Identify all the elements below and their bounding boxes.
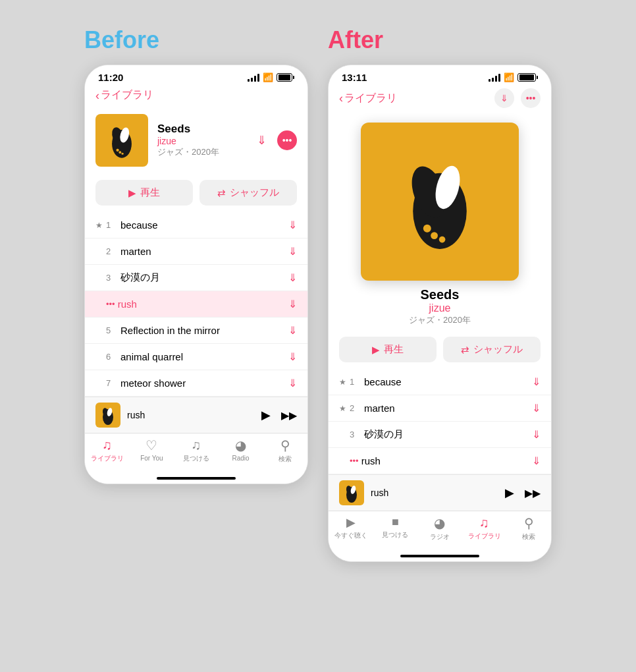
after-track-2-star: ★ (339, 404, 350, 413)
before-shuffle-button[interactable]: ⇄ シャッフル (199, 180, 297, 206)
before-tab-foryou[interactable]: ♡ For You (130, 437, 174, 464)
before-track-7[interactable]: ★ 7 meteor shower ⇓ (85, 370, 307, 397)
before-album-row: Seeds jizue ジャズ・2020年 ⇓ ••• (85, 107, 307, 173)
after-tab-bar: ▶ 今すぐ聴く ■ 見つける ◕ ラジオ ♫ ライブラリ ⚲ 検索 (329, 511, 551, 552)
before-album-actions: ⇓ ••• (257, 130, 297, 150)
after-album-art-svg (384, 146, 495, 257)
before-mini-player[interactable]: rush ▶ ▶▶ (85, 397, 307, 433)
before-track-3-download[interactable]: ⇓ (288, 271, 297, 284)
after-track-1[interactable]: ★ 1 because ⇓ (329, 369, 551, 395)
after-play-label: 再生 (384, 343, 404, 356)
before-track-2[interactable]: ★ 2 marten ⇓ (85, 238, 307, 265)
before-track-6-name: animal quarrel (120, 351, 288, 362)
after-tab-browse-icon: ■ (392, 515, 399, 529)
before-tab-radio-icon: ◕ (235, 437, 246, 453)
after-back-button[interactable]: ‹ ライブラリ (339, 92, 397, 105)
before-tab-library[interactable]: ♫ ライブラリ (85, 437, 130, 464)
before-play-button[interactable]: ▶ 再生 (95, 180, 193, 206)
after-album-info: Seeds jizue ジャズ・2020年 (329, 287, 551, 330)
before-download-icon[interactable]: ⇓ (257, 133, 267, 148)
after-tab-listen-icon: ▶ (346, 515, 356, 530)
before-more-button[interactable]: ••• (277, 130, 297, 150)
after-tab-search[interactable]: ⚲ 検索 (506, 515, 551, 542)
before-status-time: 11:20 (98, 72, 123, 83)
before-tab-search[interactable]: ⚲ 検索 (263, 437, 307, 464)
after-phone: 13:11 📶 (328, 65, 552, 562)
after-track-3[interactable]: ★ 3 砂漠の月 ⇓ (329, 422, 551, 448)
after-shuffle-label: シャッフル (473, 343, 523, 356)
before-tab-browse-label: 見つける (183, 454, 209, 463)
after-track-4[interactable]: ★ ••• rush ⇓ (329, 448, 551, 474)
after-signal-icon (489, 74, 500, 82)
before-track-7-name: meteor shower (120, 378, 288, 389)
before-back-button[interactable]: ‹ ライブラリ (95, 88, 153, 102)
after-status-icons: 📶 (489, 72, 538, 82)
after-tab-browse[interactable]: ■ 見つける (373, 515, 418, 542)
before-tab-browse[interactable]: ♫ 見つける (174, 437, 219, 464)
after-track-2[interactable]: ★ 2 marten ⇓ (329, 395, 551, 422)
before-track-4[interactable]: ★ ••• rush ⇓ (85, 291, 307, 318)
before-track-3[interactable]: ★ 3 砂漠の月 ⇓ (85, 265, 307, 291)
before-album-thumb[interactable] (95, 114, 148, 167)
before-track-5-download[interactable]: ⇓ (288, 324, 297, 337)
after-tab-radio-label: ラジオ (430, 532, 450, 542)
before-tab-radio[interactable]: ◕ Radio (219, 437, 263, 464)
before-mini-play-button[interactable]: ▶ (261, 408, 271, 422)
after-track-4-star: ★ (339, 457, 350, 466)
after-download-button[interactable]: ⇓ (494, 88, 514, 108)
after-mini-title: rush (371, 488, 498, 498)
before-mini-thumb (95, 403, 120, 428)
after-track-4-name: rush (361, 455, 532, 466)
before-track-7-num: 7 (106, 378, 120, 388)
after-mini-forward-button[interactable]: ▶▶ (525, 487, 541, 499)
before-track-4-download[interactable]: ⇓ (288, 298, 297, 310)
before-track-1-download[interactable]: ⇓ (288, 219, 297, 231)
after-play-button[interactable]: ▶ 再生 (339, 337, 437, 362)
after-mini-thumb (339, 480, 364, 505)
after-tab-library-label: ライブラリ (468, 532, 501, 541)
before-wifi-icon: 📶 (263, 72, 273, 82)
after-track-3-name: 砂漠の月 (364, 428, 532, 441)
before-track-2-download[interactable]: ⇓ (288, 245, 297, 258)
before-track-2-name: marten (120, 246, 288, 257)
before-track-3-num: 3 (106, 273, 120, 283)
after-mini-player[interactable]: rush ▶ ▶▶ (329, 474, 551, 511)
before-tab-browse-icon: ♫ (191, 437, 201, 453)
before-tab-radio-label: Radio (232, 455, 250, 462)
after-track-3-star: ★ (339, 430, 350, 439)
before-track-6[interactable]: ★ 6 animal quarrel ⇓ (85, 344, 307, 370)
before-album-art-svg (101, 119, 143, 161)
svg-point-4 (119, 151, 121, 154)
before-label: Before (84, 26, 159, 54)
before-tab-bar: ♫ ライブラリ ♡ For You ♫ 見つける ◕ Radio ⚲ 検索 (85, 433, 307, 474)
before-track-7-download[interactable]: ⇓ (288, 377, 297, 389)
after-track-3-download[interactable]: ⇓ (532, 428, 541, 441)
after-mini-play-button[interactable]: ▶ (505, 486, 514, 500)
after-tab-library[interactable]: ♫ ライブラリ (462, 515, 507, 542)
after-label: After (328, 26, 383, 54)
before-section: Before 11:20 📶 (84, 26, 308, 484)
before-mini-forward-button[interactable]: ▶▶ (281, 409, 297, 422)
after-tab-radio[interactable]: ◕ ラジオ (417, 515, 462, 542)
after-more-nav-button[interactable]: ••• (521, 88, 541, 108)
before-battery-icon (277, 73, 294, 82)
before-track-1[interactable]: ★ 1 because ⇓ (85, 212, 307, 238)
after-track-1-download[interactable]: ⇓ (532, 376, 541, 388)
svg-point-14 (439, 237, 446, 243)
before-phone: 11:20 📶 (84, 65, 308, 484)
before-track-6-num: 6 (106, 352, 120, 362)
after-shuffle-button[interactable]: ⇄ シャッフル (443, 337, 541, 362)
after-track-2-download[interactable]: ⇓ (532, 402, 541, 414)
before-track-6-download[interactable]: ⇓ (288, 350, 297, 363)
after-tab-listen[interactable]: ▶ 今すぐ聴く (329, 515, 373, 542)
before-back-chevron-icon: ‹ (95, 90, 99, 101)
before-track-1-name: because (120, 219, 288, 231)
after-more-nav-icon: ••• (526, 93, 536, 103)
before-track-5[interactable]: ★ 5 Reflection in the mirror ⇓ (85, 318, 307, 344)
before-tab-library-icon: ♫ (102, 437, 112, 453)
after-track-3-num: 3 (350, 430, 364, 439)
after-track-4-download[interactable]: ⇓ (532, 455, 541, 467)
after-battery-icon (517, 73, 538, 82)
before-tab-foryou-label: For You (140, 455, 163, 462)
after-album-art[interactable] (361, 123, 519, 281)
